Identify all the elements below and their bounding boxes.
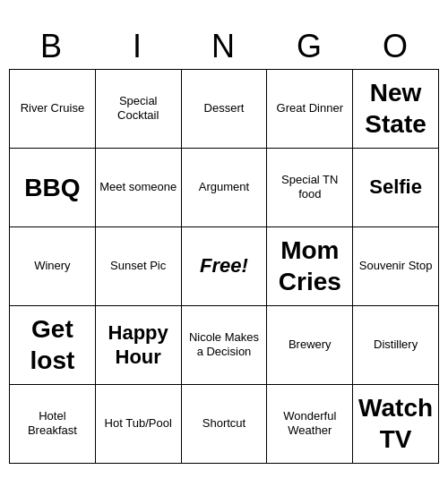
bingo-card: BINGO River CruiseSpecial CocktailDesser… bbox=[9, 24, 439, 464]
cell-r3-c4: Distillery bbox=[353, 306, 439, 385]
bingo-header: BINGO bbox=[9, 24, 439, 69]
cell-r4-c1: Hot Tub/Pool bbox=[96, 385, 182, 464]
cell-r1-c3: Special TN food bbox=[267, 149, 353, 227]
cell-r4-c0: Hotel Breakfast bbox=[10, 385, 96, 464]
cell-r2-c1: Sunset Pic bbox=[96, 227, 182, 306]
cell-r1-c1: Meet someone bbox=[96, 149, 182, 227]
header-letter: O bbox=[353, 24, 439, 69]
header-letter: G bbox=[267, 24, 353, 69]
cell-r2-c4: Souvenir Stop bbox=[353, 227, 439, 306]
cell-r2-c2: Free! bbox=[182, 227, 268, 306]
cell-r1-c0: BBQ bbox=[10, 149, 96, 227]
cell-r1-c4: Selfie bbox=[353, 149, 439, 227]
cell-r3-c1: Happy Hour bbox=[96, 306, 182, 385]
cell-r0-c4: New State bbox=[353, 70, 439, 149]
cell-r4-c3: Wonderful Weather bbox=[267, 385, 353, 464]
cell-r3-c0: Get lost bbox=[10, 306, 96, 385]
cell-r2-c3: Mom Cries bbox=[267, 227, 353, 306]
cell-r0-c2: Dessert bbox=[182, 70, 268, 149]
cell-r3-c2: Nicole Makes a Decision bbox=[182, 306, 268, 385]
cell-r0-c1: Special Cocktail bbox=[96, 70, 182, 149]
cell-r3-c3: Brewery bbox=[267, 306, 353, 385]
cell-r4-c4: Watch TV bbox=[353, 385, 439, 464]
header-letter: N bbox=[181, 24, 267, 69]
bingo-grid: River CruiseSpecial CocktailDessertGreat… bbox=[9, 69, 439, 464]
cell-r4-c2: Shortcut bbox=[182, 385, 268, 464]
cell-r0-c3: Great Dinner bbox=[267, 70, 353, 149]
header-letter: B bbox=[9, 24, 95, 69]
header-letter: I bbox=[95, 24, 181, 69]
cell-r0-c0: River Cruise bbox=[10, 70, 96, 149]
cell-r2-c0: Winery bbox=[10, 227, 96, 306]
cell-r1-c2: Argument bbox=[182, 149, 268, 227]
